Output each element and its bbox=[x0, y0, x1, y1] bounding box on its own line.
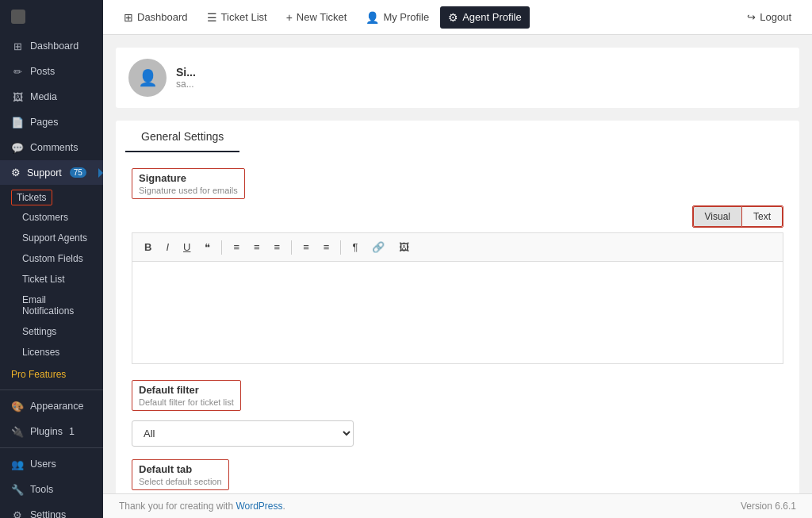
sidebar-sub-customers[interactable]: Customers bbox=[0, 207, 103, 228]
pages-icon: 📄 bbox=[11, 116, 24, 129]
sidebar-sub-licenses[interactable]: Licenses bbox=[0, 342, 103, 363]
topnav-agent-profile-icon: ⚙ bbox=[448, 11, 458, 24]
sidebar-item-label: Posts bbox=[30, 66, 55, 77]
default-filter-title: Default filter bbox=[139, 384, 234, 396]
sidebar-sub-email-notifications[interactable]: Email Notifications bbox=[0, 290, 103, 321]
profile-info: Si... sa... bbox=[176, 66, 196, 90]
plugins-badge: 1 bbox=[69, 426, 75, 437]
signature-section: Signature Signature used for emails Visu… bbox=[132, 168, 783, 364]
profile-email: sa... bbox=[176, 79, 196, 90]
logout-icon: ↪ bbox=[747, 11, 756, 23]
default-filter-section: Default filter Default filter for ticket… bbox=[132, 380, 783, 447]
default-tab-section: Default tab Select default section Ticke… bbox=[132, 459, 783, 493]
visual-toggle-button[interactable]: Visual bbox=[693, 206, 741, 227]
signature-title: Signature bbox=[139, 172, 238, 184]
sidebar-item-posts[interactable]: ✏ Posts bbox=[0, 59, 103, 84]
topnav-my-profile[interactable]: 👤 My Profile bbox=[358, 6, 437, 29]
sidebar-sub-support-agents[interactable]: Support Agents bbox=[0, 228, 103, 248]
topnav-ticket-list[interactable]: ☰ Ticket List bbox=[199, 6, 275, 29]
toolbar-align-left[interactable]: ≡ bbox=[228, 238, 245, 256]
default-filter-description: Default filter for ticket list bbox=[139, 397, 234, 407]
sidebar-item-tools[interactable]: 🔧 Tools bbox=[0, 477, 103, 502]
toolbar-italic[interactable]: I bbox=[160, 238, 174, 256]
toolbar-link[interactable]: 🔗 bbox=[366, 238, 390, 256]
sidebar-item-plugins[interactable]: 🔌 Plugins 1 bbox=[0, 419, 103, 444]
default-tab-label-box: Default tab Select default section bbox=[132, 459, 229, 490]
sidebar: ⊞ Dashboard ✏ Posts 🖼 Media 📄 Pages 💬 Co… bbox=[0, 0, 103, 518]
sidebar-item-settings[interactable]: ⚙ Settings bbox=[0, 502, 103, 518]
toolbar-align-right[interactable]: ≡ bbox=[269, 238, 286, 256]
dashboard-icon: ⊞ bbox=[11, 40, 24, 52]
settings-icon: ⚙ bbox=[11, 508, 24, 518]
topnav-ticket-list-label: Ticket List bbox=[221, 11, 267, 23]
signature-editor[interactable] bbox=[132, 261, 783, 364]
toolbar-divider-3 bbox=[340, 240, 341, 255]
topnav-new-ticket-icon: + bbox=[286, 11, 293, 24]
general-settings-tab[interactable]: General Settings bbox=[125, 121, 239, 152]
toolbar-bold[interactable]: B bbox=[139, 238, 157, 256]
footer: Thank you for creating with WordPress. V… bbox=[103, 493, 812, 518]
default-tab-description: Select default section bbox=[139, 477, 222, 486]
topnav-agent-profile-label: Agent Profile bbox=[462, 11, 521, 23]
sidebar-plugins-label: Plugins bbox=[30, 426, 63, 437]
sidebar-appearance-label: Appearance bbox=[30, 401, 83, 412]
sidebar-item-pages[interactable]: 📄 Pages bbox=[0, 109, 103, 135]
sidebar-logo-icon bbox=[11, 10, 25, 24]
footer-version: Version 6.6.1 bbox=[741, 501, 796, 512]
topnav-new-ticket[interactable]: + New Ticket bbox=[278, 6, 355, 29]
profile-name: Si... bbox=[176, 66, 196, 79]
toolbar-ordered-list[interactable]: ≡ bbox=[318, 238, 335, 256]
main-area: ⊞ Dashboard ☰ Ticket List + New Ticket 👤… bbox=[103, 0, 812, 518]
footer-static-text: Thank you for creating with bbox=[119, 501, 236, 512]
toolbar-image[interactable]: 🖼 bbox=[393, 238, 415, 256]
toolbar-unordered-list[interactable]: ≡ bbox=[297, 238, 315, 256]
toggle-group: Visual Text bbox=[692, 205, 783, 228]
toolbar-underline[interactable]: U bbox=[178, 238, 196, 256]
sidebar-sub-ticket-list[interactable]: Ticket List bbox=[0, 269, 103, 290]
support-icon: ⚙ bbox=[11, 167, 21, 178]
sidebar-item-media[interactable]: 🖼 Media bbox=[0, 84, 103, 109]
sidebar-sub-custom-fields[interactable]: Custom Fields bbox=[0, 248, 103, 269]
toolbar-paragraph[interactable]: ¶ bbox=[347, 238, 363, 256]
sidebar-users-label: Users bbox=[30, 459, 56, 470]
sidebar-item-appearance[interactable]: 🎨 Appearance bbox=[0, 393, 103, 419]
default-filter-select[interactable]: All Open Closed Pending bbox=[132, 420, 354, 447]
topnav-ticket-list-icon: ☰ bbox=[207, 11, 217, 24]
avatar: 👤 bbox=[128, 59, 167, 97]
sidebar-item-label: Comments bbox=[30, 142, 78, 153]
topnav-dashboard-icon: ⊞ bbox=[124, 11, 133, 24]
media-icon: 🖼 bbox=[11, 90, 24, 103]
content-area: 👤 Si... sa... General Settings Signature… bbox=[103, 35, 812, 493]
topnav-dashboard[interactable]: ⊞ Dashboard bbox=[116, 6, 196, 29]
text-toggle-button[interactable]: Text bbox=[741, 206, 783, 227]
sidebar-settings-label: Settings bbox=[30, 509, 66, 518]
sidebar-item-label: Dashboard bbox=[30, 40, 79, 52]
toolbar-blockquote[interactable]: ❝ bbox=[199, 238, 216, 256]
tickets-label: Tickets bbox=[11, 190, 52, 205]
default-filter-label-box: Default filter Default filter for ticket… bbox=[132, 380, 241, 411]
topnav-dashboard-label: Dashboard bbox=[137, 11, 188, 23]
sidebar-logo bbox=[0, 0, 103, 33]
footer-wordpress-link[interactable]: WordPress bbox=[236, 501, 282, 512]
toolbar-divider-2 bbox=[291, 240, 292, 255]
logout-label: Logout bbox=[760, 11, 791, 23]
appearance-icon: 🎨 bbox=[11, 400, 24, 412]
sidebar-support-label: Support bbox=[27, 167, 62, 178]
sidebar-item-comments[interactable]: 💬 Comments bbox=[0, 135, 103, 160]
topnav-agent-profile[interactable]: ⚙ Agent Profile bbox=[440, 6, 529, 29]
sidebar-item-users[interactable]: 👥 Users bbox=[0, 451, 103, 477]
sidebar-item-support[interactable]: ⚙ Support 75 bbox=[0, 160, 103, 185]
tickets-section-header: Tickets bbox=[0, 185, 103, 207]
logout-button[interactable]: ↪ Logout bbox=[739, 6, 799, 28]
sidebar-item-dashboard[interactable]: ⊞ Dashboard bbox=[0, 33, 103, 59]
footer-text: Thank you for creating with WordPress. bbox=[119, 501, 285, 512]
topnav: ⊞ Dashboard ☰ Ticket List + New Ticket 👤… bbox=[103, 0, 812, 35]
sidebar-sub-settings[interactable]: Settings bbox=[0, 321, 103, 342]
settings-panel: General Settings Signature Signature use… bbox=[116, 121, 799, 493]
toolbar-align-center[interactable]: ≡ bbox=[248, 238, 266, 256]
sidebar-pro-features[interactable]: Pro Features bbox=[0, 363, 103, 386]
signature-description: Signature used for emails bbox=[139, 186, 238, 195]
default-tab-title: Default tab bbox=[139, 463, 222, 475]
toolbar-divider-1 bbox=[221, 240, 222, 255]
tools-icon: 🔧 bbox=[11, 483, 24, 496]
